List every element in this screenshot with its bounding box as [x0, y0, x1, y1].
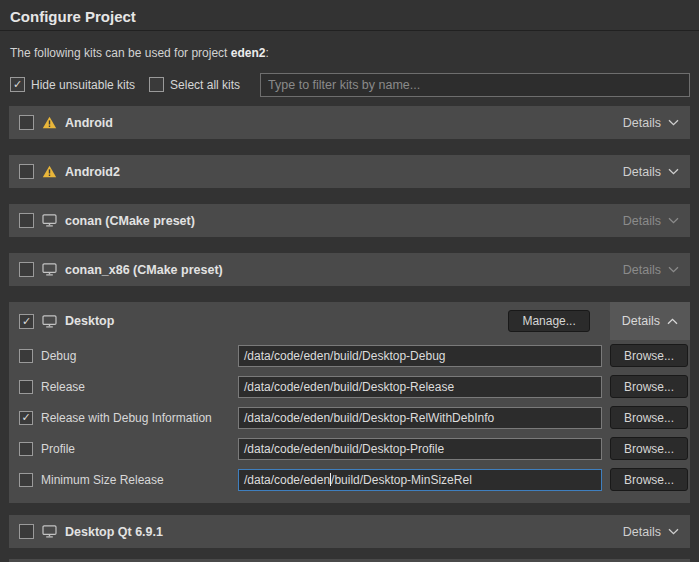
chevron-down-icon — [668, 528, 679, 535]
kit-details-toggle-desktop[interactable]: Details — [610, 302, 690, 340]
build-dir-input-profile[interactable]: /data/code/eden/build/Desktop-Profile — [238, 438, 602, 460]
details-label: Details — [623, 263, 661, 277]
build-config-row-debug: Debug /data/code/eden/build/Desktop-Debu… — [9, 340, 690, 371]
build-dir-input-relwithdebinfo[interactable]: /data/code/eden/build/Desktop-RelWithDeb… — [238, 407, 602, 429]
build-config-checkbox-debug[interactable] — [19, 349, 33, 363]
kit-row-conan-x86: conan_x86 (CMake preset) Details — [9, 253, 690, 286]
build-dir-text: /data/code/eden/build/Desktop-Debug — [244, 349, 445, 363]
filter-controls: Hide unsuitable kits Select all kits — [10, 72, 690, 97]
kit-row-android2: Android2 Details — [9, 155, 690, 188]
page-header: Configure Project — [0, 0, 699, 31]
kits-intro-text: The following kits can be used for proje… — [10, 46, 689, 60]
details-label: Details — [623, 525, 661, 539]
desktop-icon — [42, 214, 57, 227]
chevron-down-icon — [668, 266, 679, 273]
select-all-kits-checkbox[interactable] — [149, 77, 164, 92]
kit-name: Desktop — [65, 314, 114, 328]
build-config-label-group: Minimum Size Release — [19, 473, 238, 487]
build-dir-text: /data/code/eden/build/Desktop-Profile — [244, 442, 444, 456]
warning-icon — [42, 116, 57, 129]
kit-list: Android Details Android2 Details conan (… — [9, 106, 690, 548]
browse-button-minsizerel[interactable]: Browse... — [610, 468, 688, 491]
manage-kits-button[interactable]: Manage... — [508, 310, 589, 332]
project-name: eden2 — [231, 46, 266, 60]
build-config-checkbox-profile[interactable] — [19, 442, 33, 456]
intro-suffix: : — [265, 46, 268, 60]
kit-details-toggle-conan[interactable]: Details — [622, 214, 680, 228]
details-label: Details — [623, 214, 661, 228]
build-config-label: Release with Debug Information — [41, 411, 212, 425]
hide-unsuitable-kits-option[interactable]: Hide unsuitable kits — [10, 77, 135, 92]
build-config-row-relwithdebinfo: Release with Debug Information /data/cod… — [9, 402, 690, 433]
desktop-icon — [42, 315, 57, 328]
kit-checkbox-desktop[interactable] — [19, 314, 34, 329]
kit-checkbox-android[interactable] — [19, 115, 34, 130]
hide-unsuitable-kits-label: Hide unsuitable kits — [31, 78, 135, 92]
build-config-label: Profile — [41, 442, 75, 456]
page-title: Configure Project — [10, 8, 689, 25]
build-config-checkbox-minsizerel[interactable] — [19, 473, 33, 487]
kit-checkbox-conan[interactable] — [19, 213, 34, 228]
select-all-kits-option[interactable]: Select all kits — [149, 77, 240, 92]
chevron-down-icon — [668, 168, 679, 175]
details-label: Details — [623, 165, 661, 179]
build-config-label-group: Release — [19, 380, 238, 394]
build-config-checkbox-release[interactable] — [19, 380, 33, 394]
build-dir-text-before-caret: /data/code/eden — [244, 473, 330, 487]
kit-name: conan (CMake preset) — [65, 214, 195, 228]
desktop-icon — [42, 263, 57, 276]
details-label: Details — [623, 116, 661, 130]
build-config-label: Debug — [41, 349, 76, 363]
kit-details-toggle-android2[interactable]: Details — [622, 165, 680, 179]
build-dir-input-release[interactable]: /data/code/eden/build/Desktop-Release — [238, 376, 602, 398]
desktop-icon — [42, 525, 57, 538]
build-config-label: Release — [41, 380, 85, 394]
kit-details-toggle-conan-x86[interactable]: Details — [622, 263, 680, 277]
build-config-row-release: Release /data/code/eden/build/Desktop-Re… — [9, 371, 690, 402]
hide-unsuitable-kits-checkbox[interactable] — [10, 77, 25, 92]
intro-prefix: The following kits can be used for proje… — [10, 46, 231, 60]
kit-checkbox-android2[interactable] — [19, 164, 34, 179]
kit-row-desktop-qt-691: Desktop Qt 6.9.1 Details — [9, 515, 690, 548]
select-all-kits-label: Select all kits — [170, 78, 240, 92]
build-dir-text: /data/code/eden/build/Desktop-Release — [244, 380, 454, 394]
build-config-label-group: Debug — [19, 349, 238, 363]
build-config-checkbox-relwithdebinfo[interactable] — [19, 411, 33, 425]
kit-row-android: Android Details — [9, 106, 690, 139]
kit-details-toggle-android[interactable]: Details — [622, 116, 680, 130]
kit-name: Android2 — [65, 165, 120, 179]
kit-checkbox-desktop-qt-691[interactable] — [19, 524, 34, 539]
build-config-label: Minimum Size Release — [41, 473, 164, 487]
chevron-down-icon — [668, 217, 679, 224]
kit-row-conan: conan (CMake preset) Details — [9, 204, 690, 237]
build-config-label-group: Release with Debug Information — [19, 411, 238, 425]
build-config-label-group: Profile — [19, 442, 238, 456]
build-dir-input-minsizerel[interactable]: /data/code/eden /build/Desktop-MinSizeRe… — [238, 469, 602, 491]
kit-checkbox-conan-x86[interactable] — [19, 262, 34, 277]
build-dir-text-after-caret: /build/Desktop-MinSizeRel — [331, 473, 472, 487]
build-config-row-profile: Profile /data/code/eden/build/Desktop-Pr… — [9, 433, 690, 464]
build-dir-text: /data/code/eden/build/Desktop-RelWithDeb… — [244, 411, 494, 425]
chevron-up-icon — [667, 318, 678, 325]
kit-filter-input[interactable] — [260, 73, 690, 97]
kit-row-desktop: Desktop Manage... Details — [9, 302, 690, 340]
kit-name: conan_x86 (CMake preset) — [65, 263, 223, 277]
browse-button-release[interactable]: Browse... — [610, 375, 688, 398]
details-label: Details — [622, 314, 660, 328]
browse-button-debug[interactable]: Browse... — [610, 344, 688, 367]
kit-name: Android — [65, 116, 113, 130]
chevron-down-icon — [668, 119, 679, 126]
browse-button-profile[interactable]: Browse... — [610, 437, 688, 460]
browse-button-relwithdebinfo[interactable]: Browse... — [610, 406, 688, 429]
kit-name: Desktop Qt 6.9.1 — [65, 525, 163, 539]
kit-details-toggle-desktop-qt-691[interactable]: Details — [622, 525, 680, 539]
kit-section-desktop: Desktop Manage... Details Debug /data/co… — [9, 302, 690, 503]
build-dir-input-debug[interactable]: /data/code/eden/build/Desktop-Debug — [238, 345, 602, 367]
build-config-row-minsizerel: Minimum Size Release /data/code/eden /bu… — [9, 464, 690, 495]
warning-icon — [42, 165, 57, 178]
